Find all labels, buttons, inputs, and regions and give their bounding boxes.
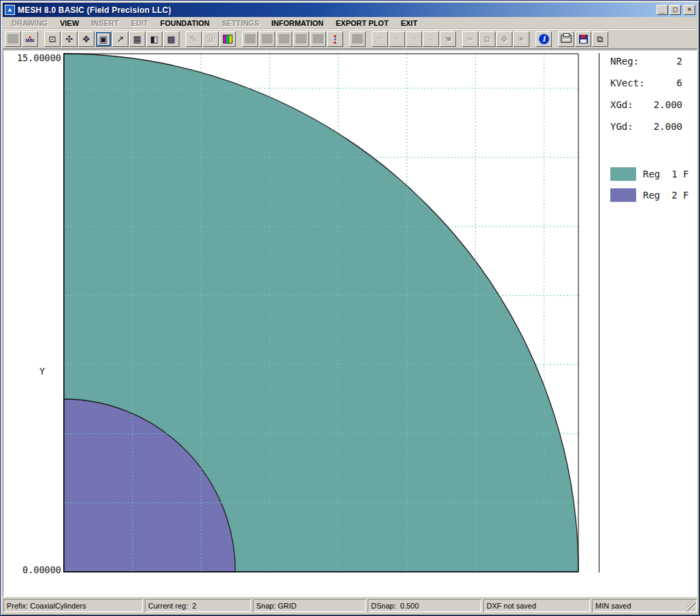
- readout-ygd: YGd:2.000: [604, 121, 697, 143]
- region-legend: Reg 1 F Reg 2 F: [604, 163, 697, 205]
- y-min-label: 0.00000: [22, 564, 61, 575]
- move-cross-icon: ✥: [501, 35, 508, 44]
- hand-left-icon: ☜: [376, 35, 384, 44]
- close-button[interactable]: ×: [684, 5, 695, 15]
- readout-xgd: XGd:2.000: [604, 99, 697, 121]
- empty-slot-icon: [262, 34, 273, 44]
- hand-back-icon: ☚: [444, 35, 452, 44]
- copy-pages-icon: ⧉: [597, 35, 603, 44]
- snap-toggle-button[interactable]: ▼ ● ▲: [327, 31, 343, 47]
- empty-slot-icon: [352, 34, 363, 44]
- app-logo-icon: ▲: [5, 5, 15, 15]
- plot-style-button[interactable]: ◧: [146, 31, 162, 47]
- reg2-swatch: [610, 188, 636, 202]
- color-bars-icon: [223, 35, 232, 44]
- annotate-button: Ⓑ: [203, 31, 219, 47]
- empty-slot-button[interactable]: [5, 31, 21, 47]
- global-view-icon: ▣: [99, 35, 107, 44]
- hand-down-icon: ☟: [428, 35, 434, 44]
- status-snap: Snap: GRID: [253, 599, 366, 612]
- save-button[interactable]: [575, 31, 591, 47]
- readout-kvect: KVect:6: [604, 78, 697, 99]
- fill-style-icon: ◧: [150, 35, 158, 44]
- window-title: MESH 8.0 BASIC (Field Precision LLC): [18, 5, 657, 15]
- status-dxf: DXF not saved: [483, 599, 590, 612]
- empty-slot-button[interactable]: [276, 31, 292, 47]
- information-button[interactable]: i: [536, 31, 552, 47]
- menu-settings: SETTINGS: [215, 18, 265, 29]
- hand-up-icon: ☝: [394, 35, 400, 44]
- toolbar: ▲ MIN ⊡ ✣ ✥ ▣ ↗ ▦ ◧ ▩ ✎ Ⓑ ▼ ● ▲: [3, 29, 697, 49]
- status-min: MIN saved: [592, 599, 697, 612]
- empty-slot-icon: [313, 34, 323, 44]
- status-min-text: MIN saved: [595, 602, 631, 610]
- hourglass-icon: ▼ ● ▲: [333, 35, 338, 44]
- pan-arrow-icon: ↗: [117, 35, 124, 44]
- copy-plot-button[interactable]: ⧉: [592, 31, 608, 47]
- empty-slot-button[interactable]: [293, 31, 309, 47]
- copy-icon: ⧉: [484, 35, 490, 44]
- menu-view[interactable]: VIEW: [54, 18, 85, 29]
- y-max-label: 15.00000: [17, 52, 61, 63]
- zoom-window-button[interactable]: ⊡: [44, 31, 60, 47]
- zoom-out-button[interactable]: ✥: [78, 31, 94, 47]
- mesh-display-button[interactable]: ▩: [163, 31, 179, 47]
- zoom-window-icon: ⊡: [49, 35, 56, 44]
- zoom-in-button[interactable]: ✣: [61, 31, 77, 47]
- edit-tool-2-button: ☝: [389, 31, 405, 47]
- empty-slot-icon: [245, 34, 256, 44]
- fine-grid-icon: ▩: [167, 35, 175, 44]
- menu-export-plot[interactable]: EXPORT PLOT: [330, 18, 395, 29]
- empty-slot-icon: [7, 34, 18, 44]
- printer-icon: [561, 35, 572, 43]
- minimize-button[interactable]: _: [657, 5, 668, 15]
- region-palette-button[interactable]: [220, 31, 236, 47]
- print-button[interactable]: [558, 31, 574, 47]
- grid-control-button[interactable]: ▦: [129, 31, 145, 47]
- min-icon: ▲ MIN: [26, 35, 35, 43]
- zoom-out-icon: ✥: [83, 35, 90, 44]
- minimum-view-button[interactable]: ▲ MIN: [22, 31, 38, 47]
- menu-foundation[interactable]: FOUNDATION: [154, 18, 216, 29]
- menu-drawing: DRAWING: [5, 18, 54, 29]
- resize-grip[interactable]: [687, 602, 696, 611]
- status-dsnap: DSnap: 0.500: [368, 599, 481, 612]
- empty-slot-button[interactable]: [349, 31, 366, 47]
- empty-slot-button[interactable]: [310, 31, 326, 47]
- zoom-in-icon: ✣: [66, 35, 73, 44]
- legend-item-reg2: Reg 2 F: [604, 184, 697, 205]
- scissors-icon: ✂: [467, 35, 474, 44]
- app-logo-glyph: ▲: [7, 7, 13, 13]
- drawing-canvas[interactable]: 15.00000 0.00000 Y NReg:2 KVect:6 XGd:2.…: [3, 50, 697, 597]
- empty-slot-button[interactable]: [242, 31, 258, 47]
- cut-button: ✂: [462, 31, 478, 47]
- status-bar: Prefix: CoaxialCylinders Current reg: 2 …: [3, 597, 697, 613]
- pan-view-button[interactable]: ↗: [112, 31, 128, 47]
- status-prefix: Prefix: CoaxialCylinders: [3, 599, 143, 612]
- y-axis-label: Y: [39, 366, 45, 377]
- balloon-b-icon: Ⓑ: [207, 35, 215, 44]
- copy-button: ⧉: [479, 31, 495, 47]
- empty-slot-icon: [279, 34, 290, 44]
- status-current-reg: Current reg: 2: [145, 599, 251, 612]
- menu-insert: INSERT: [85, 18, 124, 29]
- empty-slot-icon: [296, 34, 307, 44]
- hand-right-icon: ☞: [410, 35, 418, 44]
- app-window: ▲ MESH 8.0 BASIC (Field Precision LLC) _…: [0, 0, 700, 616]
- global-view-button[interactable]: ▣: [95, 31, 111, 47]
- menu-information[interactable]: INFORMATION: [265, 18, 330, 29]
- floppy-disk-icon: [579, 35, 588, 44]
- readout-nreg: NReg:2: [604, 56, 697, 78]
- menu-exit[interactable]: EXIT: [395, 18, 423, 29]
- reg1-swatch: [610, 167, 636, 181]
- empty-slot-button[interactable]: [259, 31, 275, 47]
- edit-tool-5-button: ☚: [440, 31, 456, 47]
- info-panel: NReg:2 KVect:6 XGd:2.000 YGd:2.000 Reg 1…: [604, 50, 697, 596]
- title-bar[interactable]: ▲ MESH 8.0 BASIC (Field Precision LLC) _…: [3, 3, 697, 17]
- wand-icon: ✶: [518, 35, 525, 44]
- transform-button: ✶: [513, 31, 529, 47]
- maximize-button[interactable]: □: [669, 5, 681, 15]
- mesh-plot[interactable]: 15.00000 0.00000 Y: [3, 50, 695, 596]
- edit-tool-1-button: ☜: [372, 31, 388, 47]
- edit-tool-3-button: ☞: [406, 31, 422, 47]
